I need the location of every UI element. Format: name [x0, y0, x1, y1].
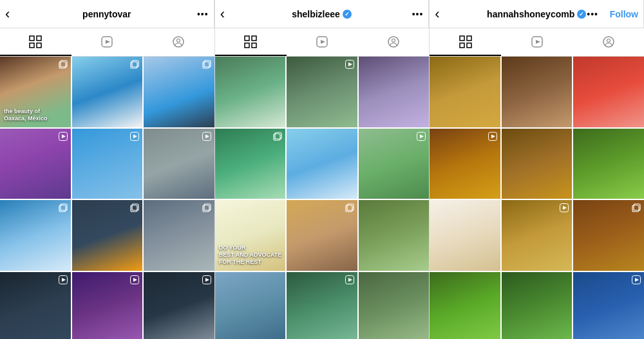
reel-indicator-icon [417, 132, 426, 143]
tab-grid-shelbizleee[interactable] [215, 28, 287, 56]
photo-cell[interactable] [215, 57, 286, 127]
follow-button[interactable]: Follow [610, 9, 638, 19]
profile-header-shelbizleee: ‹shelbizleee✓••• [215, 0, 430, 28]
more-options-icon[interactable]: ••• [197, 9, 209, 19]
location-overlay-text: the beauty ofOaxaca, México [4, 108, 48, 122]
photo-cell[interactable] [215, 129, 286, 199]
photo-cell[interactable] [144, 129, 214, 199]
reel-indicator-icon [345, 60, 354, 71]
photo-cell[interactable] [144, 272, 214, 339]
tab-reels-hannahshoneycomb[interactable] [501, 28, 573, 56]
photo-cell[interactable] [144, 57, 214, 127]
tab-grid-hannahshoneycomb[interactable] [430, 28, 501, 56]
svg-marker-45 [420, 134, 424, 138]
photo-cell[interactable] [359, 272, 430, 339]
svg-rect-2 [30, 43, 34, 48]
photo-cell[interactable] [573, 272, 644, 339]
tab-tagged-pennytovar[interactable] [143, 28, 214, 56]
photo-cell[interactable] [72, 57, 143, 127]
svg-point-39 [392, 39, 395, 42]
svg-marker-37 [321, 40, 325, 44]
tab-grid-pennytovar[interactable] [0, 28, 71, 56]
verified-badge: ✓ [577, 10, 586, 19]
multi-post-icon [345, 203, 354, 214]
svg-rect-51 [467, 36, 471, 41]
photo-cell[interactable] [287, 272, 357, 339]
photo-cell[interactable] [72, 200, 143, 271]
tab-tagged-hannahshoneycomb[interactable] [573, 28, 644, 56]
photo-cell[interactable] [502, 57, 573, 127]
multi-post-icon [59, 60, 68, 70]
svg-marker-19 [205, 134, 209, 138]
photo-cell[interactable] [0, 200, 71, 271]
svg-marker-15 [62, 134, 66, 138]
reel-indicator-icon [202, 275, 211, 286]
svg-marker-5 [106, 40, 110, 44]
photo-cell[interactable] [573, 200, 644, 271]
photo-cell[interactable] [287, 129, 357, 199]
svg-marker-65 [635, 278, 639, 282]
svg-marker-29 [133, 278, 137, 282]
profile-username: shelbizleee✓ [292, 9, 352, 19]
photo-cell[interactable] [72, 272, 143, 339]
photo-cell[interactable] [359, 129, 430, 199]
svg-marker-17 [133, 134, 137, 138]
svg-point-7 [177, 39, 180, 42]
multi-post-icon [130, 60, 139, 70]
photo-grid-hannahshoneycomb [430, 57, 644, 339]
photo-cell[interactable] [430, 200, 500, 271]
more-options-icon[interactable]: ••• [412, 9, 424, 19]
photo-grid-pennytovar: the beauty ofOaxaca, México [0, 57, 214, 339]
reel-indicator-icon [59, 132, 68, 143]
tab-tagged-shelbizleee[interactable] [357, 28, 429, 56]
photo-cell[interactable] [287, 57, 357, 127]
photo-cell[interactable] [72, 129, 143, 199]
back-arrow-icon[interactable]: ‹ [220, 6, 225, 23]
reel-indicator-icon [560, 203, 569, 214]
svg-rect-50 [460, 36, 464, 41]
photo-cell[interactable] [430, 272, 500, 339]
photo-cell[interactable] [573, 57, 644, 127]
tab-bar-shelbizleee [215, 28, 430, 57]
multi-post-icon [59, 203, 68, 214]
username-text: shelbizleee [292, 9, 340, 19]
reel-indicator-icon [130, 275, 139, 286]
photo-cell[interactable] [430, 57, 500, 127]
photo-cell[interactable] [573, 129, 644, 199]
reel-indicator-icon [130, 132, 139, 143]
svg-rect-1 [37, 36, 41, 41]
reel-indicator-icon [345, 275, 354, 286]
profile-header-pennytovar: ‹pennytovar••• [0, 0, 214, 28]
location-overlay-text: DO YOURBEST AND ADVOCATE FOR THE REST [219, 244, 286, 265]
verified-badge: ✓ [343, 10, 352, 19]
photo-cell[interactable]: the beauty ofOaxaca, México [0, 57, 71, 127]
tab-bar-hannahshoneycomb [430, 28, 644, 57]
svg-marker-61 [563, 206, 567, 210]
svg-rect-33 [252, 36, 256, 41]
photo-cell[interactable] [215, 272, 286, 339]
more-options-icon[interactable]: ••• [587, 9, 598, 19]
photo-cell[interactable] [144, 200, 214, 271]
svg-marker-27 [62, 278, 66, 282]
photo-cell[interactable] [0, 272, 71, 339]
photo-cell[interactable] [0, 129, 71, 199]
profile-username: pennytovar [82, 9, 131, 19]
photo-cell[interactable] [502, 272, 573, 339]
tab-reels-pennytovar[interactable] [71, 28, 143, 56]
photo-cell[interactable] [502, 200, 573, 271]
multi-post-icon [202, 203, 211, 214]
profile-shelbizleee: ‹shelbizleee✓••• [215, 0, 430, 339]
app-container: ‹pennytovar••• the beauty ofOaxaca, Méxi… [0, 0, 644, 339]
profile-header-hannahshoneycomb: ‹hannahshoneycomb✓•••Follow [430, 0, 644, 28]
tab-reels-shelbizleee[interactable] [287, 28, 358, 56]
photo-cell[interactable]: DO YOURBEST AND ADVOCATE FOR THE REST [215, 200, 286, 271]
photo-cell[interactable] [430, 129, 500, 199]
back-arrow-icon[interactable]: ‹ [435, 6, 439, 23]
photo-cell[interactable] [359, 57, 430, 127]
photo-cell[interactable] [359, 200, 430, 271]
photo-cell[interactable] [287, 200, 357, 271]
username-text: pennytovar [82, 9, 131, 19]
photo-cell[interactable] [502, 129, 573, 199]
back-arrow-icon[interactable]: ‹ [5, 6, 10, 23]
svg-marker-41 [348, 62, 352, 66]
